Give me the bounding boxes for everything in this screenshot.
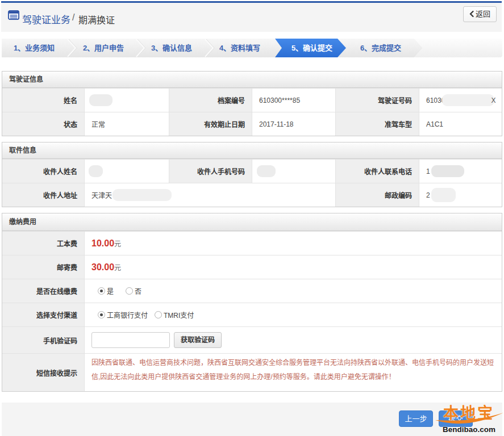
svg-text:2、用户申告: 2、用户申告: [83, 44, 124, 52]
svg-text:6、完成提交: 6、完成提交: [360, 44, 401, 52]
svg-text:1、业务须知: 1、业务须知: [14, 44, 55, 52]
svg-text:4、资料填写: 4、资料填写: [219, 44, 260, 52]
svg-text:5、确认提交: 5、确认提交: [291, 44, 332, 52]
svg-text:3、确认信息: 3、确认信息: [151, 44, 192, 52]
